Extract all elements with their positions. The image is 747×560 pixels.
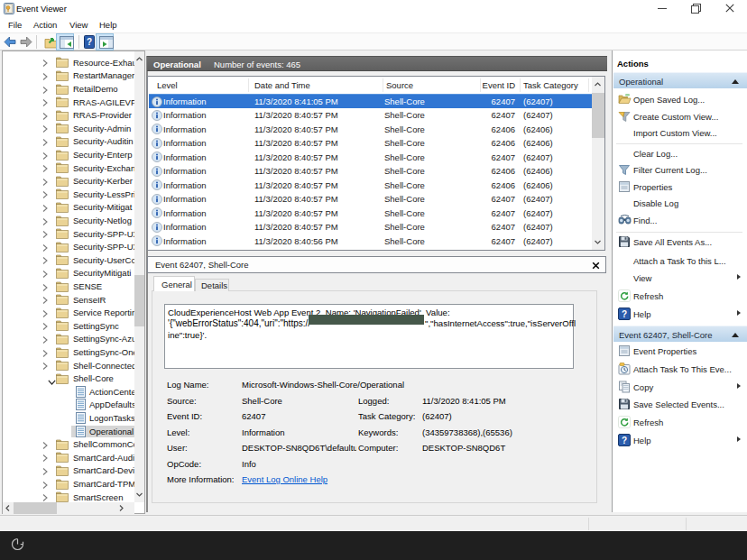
svg-text:?: ?	[622, 308, 627, 318]
svg-text:?: ?	[622, 435, 627, 445]
svg-text:?: ?	[87, 37, 92, 47]
